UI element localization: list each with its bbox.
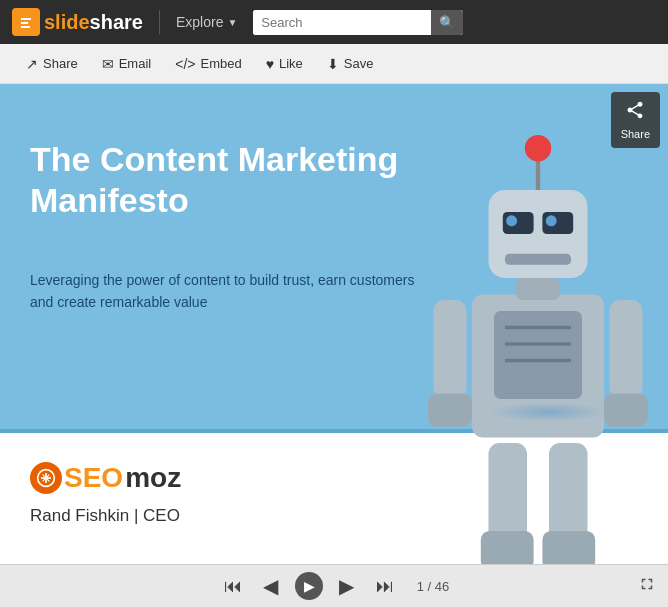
explore-button[interactable]: Explore ▼ bbox=[176, 14, 237, 30]
nav-divider bbox=[159, 10, 160, 34]
slide-container: Share The Content Marketing Manifesto Le… bbox=[0, 84, 668, 564]
page-separator: / bbox=[424, 579, 435, 594]
seomoz-text-seo: SEO bbox=[64, 462, 123, 494]
robot-illustration bbox=[428, 124, 648, 564]
slide-author: Rand Fishkin | CEO bbox=[30, 506, 180, 526]
svg-rect-3 bbox=[21, 26, 30, 28]
svg-rect-16 bbox=[494, 311, 582, 399]
fullscreen-button[interactable] bbox=[638, 575, 656, 597]
email-label: Email bbox=[119, 56, 152, 71]
search-icon: 🔍 bbox=[439, 15, 455, 30]
seomoz-text-moz: moz bbox=[125, 462, 181, 494]
share-overlay-label: Share bbox=[621, 128, 650, 140]
controls-bar: ⏮ ◀ ▶ ▶ ⏭ 1 / 46 bbox=[0, 564, 668, 607]
svg-rect-14 bbox=[505, 254, 571, 265]
email-icon: ✉ bbox=[102, 56, 114, 72]
next-button[interactable]: ▶ bbox=[333, 572, 361, 600]
skip-back-icon: ⏮ bbox=[224, 576, 242, 597]
svg-rect-28 bbox=[516, 278, 560, 300]
search-button[interactable]: 🔍 bbox=[431, 10, 463, 35]
skip-to-end-button[interactable]: ⏭ bbox=[371, 572, 399, 600]
svg-rect-2 bbox=[21, 22, 28, 24]
logo-text: slideshare bbox=[44, 11, 143, 34]
slide-title: The Content Marketing Manifesto bbox=[30, 139, 448, 221]
seomoz-icon bbox=[30, 462, 62, 494]
play-icon: ▶ bbox=[304, 578, 315, 594]
svg-rect-1 bbox=[21, 18, 31, 20]
action-bar: ↗ Share ✉ Email </> Embed ♥ Like ⬇ Save bbox=[0, 44, 668, 84]
next-icon: ▶ bbox=[339, 574, 354, 598]
svg-rect-27 bbox=[542, 531, 595, 564]
svg-rect-20 bbox=[434, 300, 467, 399]
seomoz-logo: SEO moz bbox=[30, 462, 181, 494]
share-icon: ↗ bbox=[26, 56, 38, 72]
navbar: slideshare Explore ▼ 🔍 bbox=[0, 0, 668, 44]
ground-shadow bbox=[488, 402, 608, 422]
fullscreen-icon bbox=[638, 579, 656, 596]
embed-button[interactable]: </> Embed bbox=[165, 50, 251, 78]
save-icon: ⬇ bbox=[327, 56, 339, 72]
like-button[interactable]: ♥ Like bbox=[256, 50, 313, 78]
svg-rect-22 bbox=[610, 300, 643, 399]
share-label: Share bbox=[43, 56, 78, 71]
svg-rect-24 bbox=[489, 443, 528, 542]
embed-label: Embed bbox=[200, 56, 241, 71]
slide-subtitle: Leveraging the power of content to build… bbox=[30, 269, 438, 314]
play-button[interactable]: ▶ bbox=[295, 572, 323, 600]
like-label: Like bbox=[279, 56, 303, 71]
logo-slide: slide bbox=[44, 11, 90, 33]
svg-point-12 bbox=[506, 215, 517, 226]
code-icon: </> bbox=[175, 56, 195, 72]
email-button[interactable]: ✉ Email bbox=[92, 50, 162, 78]
search-container: 🔍 bbox=[253, 10, 463, 35]
skip-to-start-button[interactable]: ⏮ bbox=[219, 572, 247, 600]
share-overlay-icon bbox=[625, 100, 645, 125]
explore-label: Explore bbox=[176, 14, 223, 30]
heart-icon: ♥ bbox=[266, 56, 274, 72]
svg-rect-26 bbox=[549, 443, 588, 542]
total-pages: 46 bbox=[435, 579, 449, 594]
search-input[interactable] bbox=[253, 10, 431, 35]
svg-rect-23 bbox=[604, 394, 648, 427]
prev-icon: ◀ bbox=[263, 574, 278, 598]
page-info: 1 / 46 bbox=[417, 579, 450, 594]
logo-share: share bbox=[90, 11, 143, 33]
logo-icon bbox=[12, 8, 40, 36]
logo-area: slideshare bbox=[12, 8, 143, 36]
skip-fwd-icon: ⏭ bbox=[376, 576, 394, 597]
save-button[interactable]: ⬇ Save bbox=[317, 50, 384, 78]
svg-rect-21 bbox=[428, 394, 472, 427]
current-page: 1 bbox=[417, 579, 424, 594]
svg-point-13 bbox=[546, 215, 557, 226]
previous-button[interactable]: ◀ bbox=[257, 572, 285, 600]
chevron-down-icon: ▼ bbox=[227, 17, 237, 28]
share-button[interactable]: ↗ Share bbox=[16, 50, 88, 78]
svg-rect-25 bbox=[481, 531, 534, 564]
svg-point-8 bbox=[525, 135, 551, 161]
share-overlay-button[interactable]: Share bbox=[611, 92, 660, 148]
save-label: Save bbox=[344, 56, 374, 71]
